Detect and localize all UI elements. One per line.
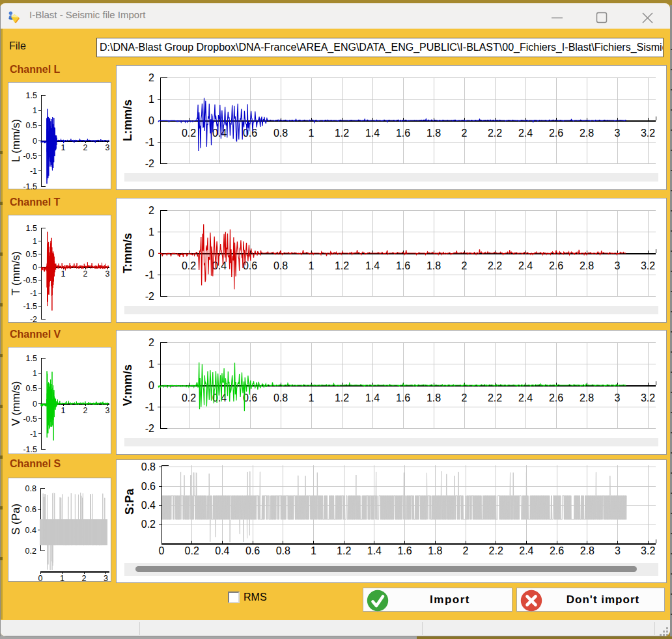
- svg-text:2.2: 2.2: [488, 392, 502, 403]
- svg-text:0: 0: [148, 248, 154, 259]
- svg-text:2.8: 2.8: [580, 128, 594, 139]
- svg-text:1: 1: [61, 406, 66, 415]
- svg-text:0.5: 0.5: [26, 121, 37, 130]
- svg-text:0.4: 0.4: [212, 128, 227, 139]
- svg-text:2.4: 2.4: [518, 260, 533, 271]
- svg-text:1.6: 1.6: [396, 260, 410, 271]
- svg-text:1.8: 1.8: [427, 392, 441, 403]
- svg-text:3: 3: [105, 269, 110, 279]
- svg-text:0.8: 0.8: [273, 392, 288, 403]
- svg-text:1.6: 1.6: [396, 392, 410, 403]
- svg-text:-0.5: -0.5: [23, 152, 37, 161]
- svg-text:2: 2: [83, 406, 88, 415]
- svg-text:0.4: 0.4: [25, 526, 36, 535]
- svg-text:1.5: 1.5: [26, 224, 37, 233]
- svg-text:1: 1: [33, 237, 37, 246]
- svg-text:0.2: 0.2: [25, 547, 36, 556]
- svg-text:3: 3: [105, 406, 110, 415]
- svg-text:1.6: 1.6: [397, 545, 412, 556]
- svg-text:V (mm/s): V (mm/s): [10, 381, 22, 426]
- svg-text:1.8: 1.8: [427, 260, 441, 271]
- svg-text:-1.5: -1.5: [23, 182, 37, 190]
- svg-text:2: 2: [83, 269, 88, 279]
- svg-text:3: 3: [615, 392, 621, 403]
- svg-text:-0.5: -0.5: [23, 276, 37, 285]
- svg-text:-1: -1: [30, 429, 37, 439]
- svg-text:1.2: 1.2: [335, 260, 349, 271]
- svg-text:1: 1: [311, 545, 316, 556]
- svg-text:2.8: 2.8: [580, 392, 594, 403]
- svg-text:0.6: 0.6: [25, 505, 36, 514]
- svg-text:T:mm/s: T:mm/s: [121, 233, 134, 273]
- svg-text:2: 2: [462, 260, 468, 271]
- svg-text:1.5: 1.5: [26, 354, 37, 363]
- svg-text:0.5: 0.5: [26, 250, 37, 259]
- svg-text:0: 0: [33, 400, 37, 409]
- svg-text:-0.5: -0.5: [23, 415, 37, 424]
- svg-text:0.8: 0.8: [25, 484, 36, 493]
- svg-text:1.2: 1.2: [335, 128, 349, 139]
- svg-text:1: 1: [148, 359, 154, 370]
- svg-text:2.6: 2.6: [549, 260, 563, 271]
- svg-text:S:Pa: S:Pa: [123, 488, 136, 515]
- svg-text:1.2: 1.2: [337, 545, 351, 556]
- svg-text:1.4: 1.4: [365, 392, 380, 403]
- svg-text:0.2: 0.2: [182, 128, 196, 139]
- svg-text:-2: -2: [30, 315, 37, 324]
- svg-text:1.5: 1.5: [26, 91, 37, 100]
- svg-text:1: 1: [33, 106, 37, 115]
- svg-text:1: 1: [148, 94, 154, 105]
- svg-text:2.6: 2.6: [549, 392, 563, 403]
- svg-text:2.2: 2.2: [488, 128, 502, 139]
- svg-text:0.6: 0.6: [243, 128, 257, 139]
- svg-text:0.6: 0.6: [141, 481, 156, 492]
- svg-text:2.6: 2.6: [549, 128, 563, 139]
- svg-text:1.4: 1.4: [365, 128, 380, 139]
- svg-text:1: 1: [148, 226, 154, 238]
- svg-text:0.4: 0.4: [141, 500, 156, 511]
- svg-text:V:mm/s: V:mm/s: [121, 364, 134, 406]
- svg-text:1: 1: [60, 574, 64, 582]
- svg-text:0: 0: [33, 137, 37, 146]
- svg-text:0.8: 0.8: [273, 128, 288, 139]
- svg-text:0.8: 0.8: [273, 260, 288, 271]
- svg-text:-1: -1: [145, 137, 154, 148]
- svg-text:3: 3: [104, 574, 108, 582]
- svg-text:2.4: 2.4: [519, 545, 533, 556]
- svg-text:0.2: 0.2: [182, 260, 196, 271]
- svg-text:2.2: 2.2: [488, 260, 502, 271]
- svg-text:L:mm/s: L:mm/s: [121, 100, 134, 141]
- svg-text:3.2: 3.2: [641, 392, 655, 403]
- svg-text:-1.5: -1.5: [23, 445, 37, 454]
- svg-text:L (mm/s): L (mm/s): [10, 119, 22, 162]
- svg-text:3.2: 3.2: [641, 128, 655, 139]
- svg-text:2.4: 2.4: [518, 128, 533, 139]
- svg-text:1: 1: [61, 269, 66, 279]
- svg-text:2: 2: [462, 392, 468, 403]
- svg-text:1: 1: [309, 392, 315, 403]
- svg-text:3: 3: [615, 545, 621, 556]
- svg-text:T (mm/s): T (mm/s): [10, 251, 22, 295]
- svg-text:1.8: 1.8: [428, 545, 442, 556]
- svg-text:2.8: 2.8: [580, 545, 595, 556]
- svg-text:0.5: 0.5: [26, 384, 37, 393]
- svg-text:-2: -2: [145, 291, 154, 302]
- svg-text:0.2: 0.2: [182, 392, 196, 403]
- svg-text:0: 0: [33, 263, 37, 272]
- svg-text:0: 0: [148, 115, 154, 126]
- svg-text:-1: -1: [30, 289, 37, 298]
- svg-text:3.2: 3.2: [641, 545, 655, 556]
- svg-text:3.2: 3.2: [641, 260, 655, 271]
- svg-text:0: 0: [38, 574, 43, 582]
- svg-text:2.6: 2.6: [550, 545, 564, 556]
- svg-text:2.4: 2.4: [518, 392, 533, 403]
- svg-text:2.8: 2.8: [580, 260, 594, 271]
- svg-text:2.2: 2.2: [489, 545, 503, 556]
- svg-text:-1.5: -1.5: [23, 302, 37, 311]
- svg-text:3: 3: [615, 128, 621, 139]
- svg-text:0.2: 0.2: [185, 545, 199, 556]
- svg-text:1.4: 1.4: [365, 260, 380, 271]
- svg-text:2: 2: [463, 545, 469, 556]
- svg-text:S (Pa): S (Pa): [10, 504, 22, 535]
- svg-text:3: 3: [615, 260, 621, 271]
